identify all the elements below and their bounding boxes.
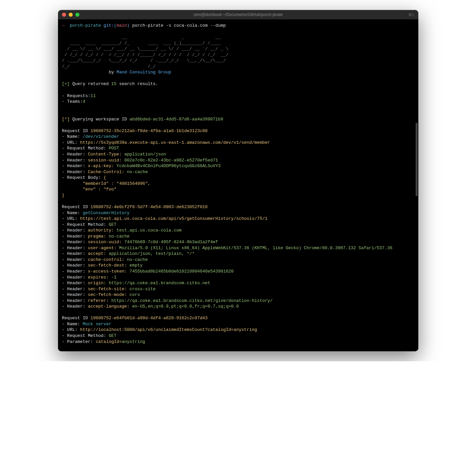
request-method-line: - Request Method: GET — [62, 222, 414, 228]
header-line: - Header: session-uuid: 74476b09-7c0d-49… — [62, 239, 414, 245]
workspace-line: [*] Querying workspace ID abd6bded-ac31-… — [62, 116, 414, 122]
header-line: - Header: referer: https://qa.coke.ea1.b… — [62, 298, 414, 304]
header-line: - Header: x-access-token: 7455bbad0b2465… — [62, 269, 414, 275]
header-line: - Header: origin: https://qa.coke.ea1.br… — [62, 280, 414, 286]
command-text: porch-pirate -s coca-cola.com --dump — [132, 23, 226, 28]
request-body-content: "env" : "foo" — [62, 186, 414, 192]
header-line: - Header: accept-language: en-US,en;q=0.… — [62, 304, 414, 310]
header-line: - Header: sec-fetch-mode: cors — [62, 292, 414, 298]
request-body-content: "memberId" : "4001564896", — [62, 181, 414, 187]
header-line: - Header: Cache-Control: no-cache — [62, 169, 414, 175]
header-line: - Header: authority: test.api.us.coca-co… — [62, 228, 414, 234]
workspace-id: abd6bded-ac31-4dd5-87d6-aa4a399071b8 — [129, 117, 223, 122]
request-url-line: - URL: https://5s3yqd839a.execute-api.us… — [62, 140, 414, 146]
request-url-line: - URL: http://localhost:5000/api/v6/uncl… — [62, 327, 414, 333]
minimize-icon[interactable] — [69, 13, 73, 17]
prompt-arrow: → — [62, 23, 65, 28]
requests-count-line: - Requests:11 — [62, 93, 414, 99]
header-line: - Header: expires: -1 — [62, 275, 414, 281]
request-id: 19608752-35c212ab-f8de-4f0a-a1a6-1b1de31… — [90, 128, 207, 133]
traffic-lights — [62, 13, 79, 17]
ascii-art: / __ \/ __ \/ ___/ ___/ __ \______/ __ \… — [62, 46, 414, 52]
prompt-git-prefix: git:( — [103, 23, 116, 28]
request-name-line: - Name: getConsumerHistory — [62, 210, 414, 216]
ascii-art: / .___/\____/_/ \___/_/ /_/ / .___/_/_/ … — [62, 58, 414, 64]
request-id-line: Request ID 19608752-4e0cf2f8-5d7f-4e54-8… — [62, 204, 414, 210]
request-id: 19608752-4e0cf2f8-5d7f-4e54-8903-de62305… — [90, 204, 207, 209]
request-method-line: - Request Method: POST — [62, 145, 414, 151]
window-title: zero@dombook:~/Documents/GitHub/porch-pi… — [193, 12, 283, 17]
header-line: - Header: cache-control: no-cache — [62, 257, 414, 263]
request-method-line: - Request Method: GET — [62, 333, 414, 339]
request-id: 19608752-e64fb01d-a99d-4df4-a828-9162c2c… — [90, 316, 207, 321]
titlebar-shortcut: ⌘1 — [408, 13, 414, 17]
header-line: - Header: sec-fetch-dest: empty — [62, 263, 414, 269]
request-body-close: } — [62, 192, 414, 198]
header-line: - Header: accept: application/json, text… — [62, 251, 414, 257]
prompt-path: porch-pirate — [70, 23, 101, 28]
maximize-icon[interactable] — [75, 13, 79, 17]
request-id-line: Request ID 19608752-35c212ab-f8de-4f0a-a… — [62, 128, 414, 134]
header-line: - Header: session-uuid: 002e7c0c-62e2-43… — [62, 157, 414, 163]
titlebar[interactable]: zero@dombook:~/Documents/GitHub/porch-pi… — [58, 10, 418, 19]
header-line: - Header: pragma: no-cache — [62, 234, 414, 240]
request-name-line: - Name: Mock server — [62, 321, 414, 327]
ascii-art: ____ ____ _______/ /_ ____ ___ (_)______… — [62, 40, 414, 46]
terminal-window: zero@dombook:~/Documents/GitHub/porch-pi… — [58, 10, 418, 351]
ascii-art: __ _ __ — [62, 34, 414, 40]
star-marker: [*] — [62, 117, 70, 122]
teams-count-line: - Teams:4 — [62, 99, 414, 105]
header-line: - Header: Content-Type: application/json — [62, 151, 414, 157]
request-url-line: - URL: https://test.api.us.coca-cola.com… — [62, 216, 414, 222]
plus-marker: [+] — [62, 81, 70, 86]
header-line: - Header: user-agent: Mozilla/5.0 (X11; … — [62, 245, 414, 251]
scrollbar[interactable] — [416, 123, 418, 196]
summary-returned: [+] Query returned 15 search results. — [62, 81, 414, 87]
prompt-git-suffix: ) — [127, 23, 130, 28]
prompt-branch: main — [116, 23, 127, 28]
ascii-art: /_/ /_/ — [62, 64, 414, 70]
credit-group: Mand Consulting Group — [116, 70, 171, 75]
request-id-line: Request ID 19608752-e64fb01d-a99d-4df4-a… — [62, 315, 414, 321]
parameter-line: - Parameter: catalogId=anystring — [62, 339, 414, 345]
ascii-art: / /_/ / /_/ / / / /__/ / / /_____/ /_/ /… — [62, 52, 414, 58]
header-line: - Header: sec-fetch-site: cross-site — [62, 286, 414, 292]
result-count: 15 — [111, 81, 117, 86]
request-name-line: - Name: /dev/v1/sender — [62, 134, 414, 140]
terminal-body[interactable]: → porch-pirate git:(main) porch-pirate -… — [58, 19, 418, 351]
header-line: - Header: x-api-key: YcdcbaW4Bv4CGnlPu4D… — [62, 163, 414, 169]
close-icon[interactable] — [62, 13, 66, 17]
request-body-line: - Request Body: { — [62, 175, 414, 181]
prompt-line: → porch-pirate git:(main) porch-pirate -… — [62, 23, 414, 29]
credit-line: by Mand Consulting Group — [62, 69, 414, 75]
